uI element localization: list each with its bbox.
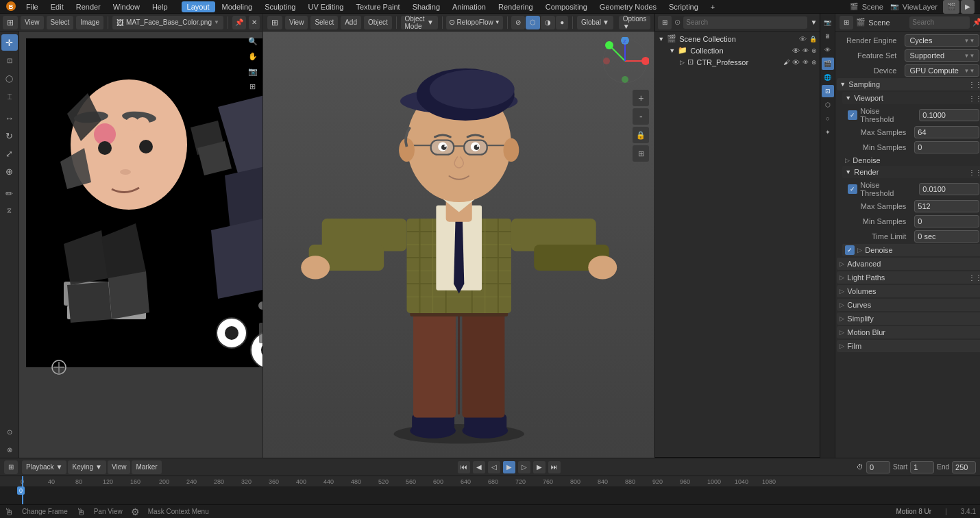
device-dropdown[interactable]: GPU Compute ▼ [905,64,979,77]
uv-image-menu[interactable]: Image [76,16,103,29]
tool-select-box[interactable]: ⊡ [1,52,18,69]
tool-scale[interactable]: ⤢ [1,145,18,162]
workspace-tab-texture[interactable]: Texture Paint [350,1,405,12]
motion-blur-section-header[interactable]: ▷ Motion Blur [837,326,980,338]
light-paths-section-header[interactable]: ▷ Light Paths ⋮⋮ [837,271,980,284]
render-denoise-checkbox[interactable]: ✓ [845,245,855,255]
viewport-subsection-header[interactable]: ▼ Viewport ⋮⋮ [842,92,980,104]
vp-min-samples-value[interactable]: 0 [914,141,979,153]
workspace-tab-add[interactable]: + [705,1,720,12]
next-keyframe-btn[interactable]: ▷ [518,461,530,473]
render-max-samples-value[interactable]: 512 [914,200,979,212]
uv-view-menu[interactable]: View [21,16,44,29]
sampling-section-header[interactable]: ▼ Sampling ⋮⋮ [837,78,980,90]
prop-view-icon[interactable]: 👁 [822,44,834,56]
scene-collection-row[interactable]: ▼ 🎬 Scene Collection 👁 🔒 [655,33,820,45]
viewport-options-icon[interactable]: ⋮⋮ [968,95,980,102]
properties-editor-type[interactable]: ⊞ [840,16,853,29]
object-eye[interactable]: 👁 [792,58,800,66]
workspace-tab-sculpting[interactable]: Sculpting [259,1,301,12]
viewport-mode-selector[interactable]: Object Mode ▼ [401,16,438,29]
tool-measure[interactable]: ⧖ [1,203,18,219]
next-frame-btn[interactable]: ▶ [533,461,546,473]
feature-set-dropdown[interactable]: Supported ▼ [905,49,979,62]
prop-scene-icon[interactable]: 🎬 [822,58,834,70]
viewlayer-selector[interactable]: 📷 ViewLayer [890,3,938,11]
tool-annotate[interactable]: ✏ [1,185,18,201]
uv-zoom-in[interactable]: 🔍 [246,34,260,48]
workspace-tab-compositing[interactable]: Compositing [540,1,593,12]
scene-collection-eye[interactable]: 👁 [799,35,807,43]
tool-select-circle[interactable]: ◯ [1,70,18,86]
viewport-object-menu[interactable]: Object [364,16,392,29]
render-time-limit-value[interactable]: 0 sec [914,230,979,243]
render-image-btn[interactable]: 🎬 [943,0,959,14]
timeline-playhead[interactable] [22,476,23,486]
collection-exclude[interactable]: ⊗ [811,47,817,54]
collection-eye[interactable]: 👁 [792,47,800,55]
end-frame-field[interactable]: 250 [952,461,976,473]
workspace-tab-shading[interactable]: Shading [407,1,445,12]
tool-transform[interactable]: ⊕ [1,163,18,180]
prop-world-icon[interactable]: 🌐 [822,71,834,84]
render-options-icon[interactable]: ⋮⋮ [968,169,980,176]
uv-prop-btn[interactable]: ⊗ [1,441,18,458]
shading-material[interactable]: ◑ [541,16,555,29]
jump-start-btn[interactable]: ⏮ [458,461,470,473]
uv-overlay-btn[interactable]: ⊙ [1,423,18,440]
render-noise-threshold-value[interactable]: 0.0100 [919,183,979,195]
timeline-editor-type[interactable]: ⊞ [4,460,18,474]
shading-solid[interactable]: ⬡ [526,16,540,29]
view-menu-btn[interactable]: View [108,460,131,474]
outliner-filter-btn[interactable]: ▼ [810,18,817,26]
menu-edit[interactable]: Edit [45,1,69,12]
vp-noise-threshold-checkbox[interactable]: ✓ [848,110,857,120]
start-frame-field[interactable]: 1 [910,461,934,473]
uv-frame-btn[interactable]: ⊞ [246,79,260,93]
viewport-add-menu[interactable]: Add [341,16,361,29]
object-render-eye[interactable]: 👁 [803,59,809,66]
prev-frame-btn[interactable]: ◀ [473,461,485,473]
shading-render[interactable]: ● [556,16,568,29]
scene-collection-lock[interactable]: 🔒 [809,36,817,42]
prop-pin-icon[interactable]: 📌 [972,18,980,27]
uv-select-menu[interactable]: Select [47,16,74,29]
blender-logo[interactable]: B [3,1,19,13]
jump-end-btn[interactable]: ⏭ [548,461,561,473]
tool-cursor[interactable]: ✛ [1,34,18,51]
light-paths-options[interactable]: ⋮⋮ [968,274,980,282]
scene-selector[interactable]: 🎬 Scene [850,3,883,11]
viewport-view-menu[interactable]: View [285,16,308,29]
vp-max-samples-value[interactable]: 64 [914,126,979,138]
marker-menu-btn[interactable]: Marker [132,460,161,474]
timeline-scrubber-area[interactable]: 0 [0,487,980,504]
vp-camera-lock-btn[interactable]: 🔒 [633,127,649,143]
viewport-options-btn[interactable]: Options ▼ [619,16,650,29]
viewport-select-menu[interactable]: Select [310,16,338,29]
prop-object-icon[interactable]: ⊡ [822,85,834,97]
workspace-tab-scripting[interactable]: Scripting [663,1,704,12]
playback-menu-btn[interactable]: Playback ▼ [22,460,66,474]
film-section-header[interactable]: ▷ Film [837,340,980,352]
transform-space[interactable]: Global ▼ [577,16,613,29]
nav-gizmo[interactable]: X Y Z [601,37,649,86]
timeline-ruler-area[interactable]: 0 40 80 120 160 200 240 280 320 360 400 … [0,476,980,504]
render-min-samples-value[interactable]: 0 [914,215,979,227]
overlay-dropdown[interactable]: ▼ [495,19,500,25]
tool-rotate[interactable]: ↻ [1,127,18,144]
current-frame-field[interactable]: 0 [866,461,890,473]
curves-section-header[interactable]: ▷ Curves [837,299,980,311]
play-btn[interactable]: ▶ [503,461,515,473]
workspace-tab-geometry[interactable]: Geometry Nodes [594,1,662,12]
keying-menu-btn[interactable]: Keying ▼ [68,460,106,474]
ctr-professor-row[interactable]: ▷ ⊡ CTR_Professor 🖌 👁 👁 ⊗ [677,56,820,68]
vp-zoom-in-btn[interactable]: + [633,90,649,106]
outliner-search-input[interactable] [686,18,805,26]
outliner-editor-type[interactable]: ⊞ [658,16,672,29]
workspace-tab-rendering[interactable]: Rendering [493,1,539,12]
tool-select-lasso[interactable]: ⌶ [1,88,18,104]
collection-render-eye[interactable]: 👁 [803,47,809,54]
vp-frame-all-btn[interactable]: ⊞ [633,145,649,162]
viewport-canvas[interactable]: X Y Z + - 🔒 ⊞ [263,32,654,458]
uv-pin-btn[interactable]: 📌 [232,16,246,29]
